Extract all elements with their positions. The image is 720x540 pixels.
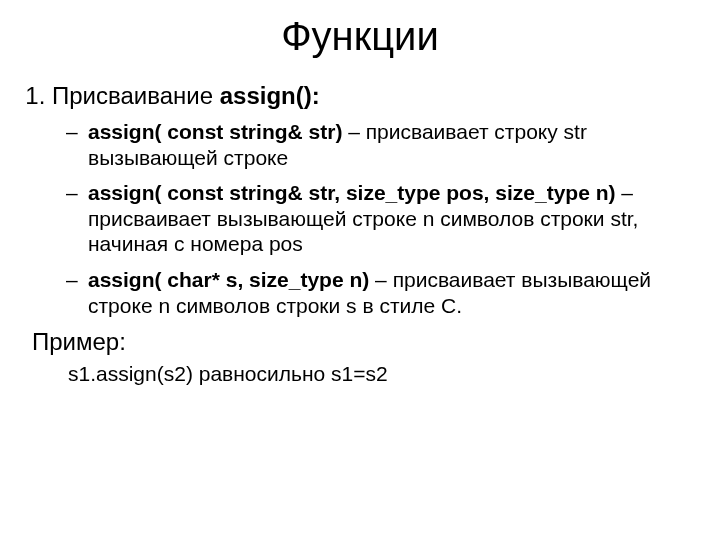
signature: assign( const string& str) — [88, 120, 342, 143]
signature: assign( char* s, size_type n) — [88, 268, 369, 291]
item-lead: Присваивание — [52, 82, 220, 109]
example-label: Пример: — [32, 328, 696, 356]
slide: Функции Присваивание assign(): assign( c… — [0, 0, 720, 540]
overload-item: assign( const string& str, size_type pos… — [66, 180, 696, 257]
overload-item: assign( char* s, size_type n) – присваив… — [66, 267, 696, 318]
signature: assign( const string& str, size_type pos… — [88, 181, 615, 204]
list-item-assign: Присваивание assign(): assign( const str… — [52, 81, 696, 318]
example-body: s1.assign(s2) равносильно s1=s2 — [68, 362, 696, 386]
item-strong: assign(): — [220, 82, 320, 109]
sub-list: assign( const string& str) – присваивает… — [52, 119, 696, 318]
slide-title: Функции — [24, 14, 696, 59]
ordered-list: Присваивание assign(): assign( const str… — [24, 81, 696, 318]
overload-item: assign( const string& str) – присваивает… — [66, 119, 696, 170]
